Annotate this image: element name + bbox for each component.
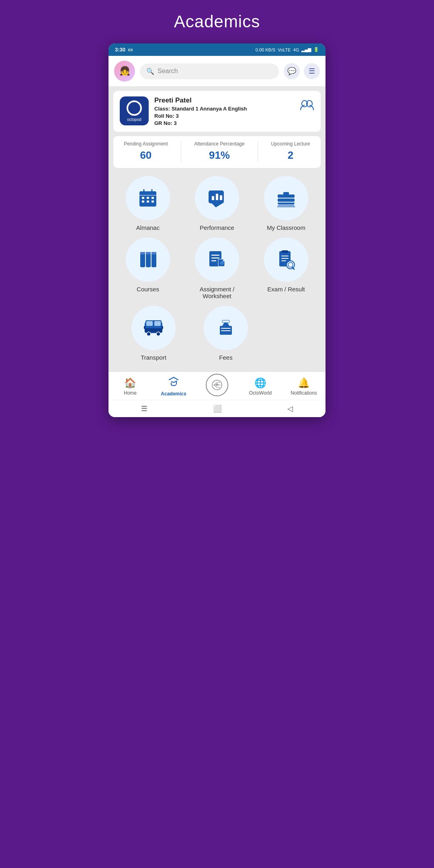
grid-section: Almanac Performance <box>108 172 326 371</box>
profile-card: octopod Preeti Patel Class: Standard 1 A… <box>113 91 321 132</box>
my-classroom-label: My Classroom <box>267 224 305 231</box>
nav-home[interactable]: 🏠 Home <box>114 377 146 396</box>
svg-rect-25 <box>146 252 151 254</box>
grid-row-2: Courses Assignment /Worksheet <box>113 237 321 299</box>
almanac-label: Almanac <box>136 224 160 231</box>
svg-rect-24 <box>140 252 145 254</box>
octopod-logo: octopod <box>120 96 149 125</box>
svg-rect-19 <box>278 203 295 204</box>
courses-icon-circle <box>126 237 170 282</box>
svg-rect-7 <box>151 197 154 199</box>
svg-line-55 <box>174 377 178 380</box>
svg-rect-44 <box>154 321 161 326</box>
octoworld-label: OctoWorld <box>249 390 272 396</box>
svg-rect-26 <box>151 252 156 254</box>
exam-icon-circle <box>264 237 308 282</box>
profile-class: Class: Standard 1 Annanya A English <box>154 106 247 112</box>
android-nav: ☰ ⬜ ◁ <box>108 400 326 417</box>
stat-upcoming-lecture: Upcoming Lecture 2 <box>271 141 310 162</box>
avatar[interactable]: 👧 <box>114 61 135 82</box>
signal-bars: ▂▄▆ <box>301 47 311 52</box>
profile-name: Preeti Patel <box>154 96 247 104</box>
assignment-icon-circle <box>195 237 239 282</box>
android-back-btn[interactable]: ◁ <box>287 404 293 413</box>
home-label: Home <box>124 390 137 396</box>
svg-point-46 <box>147 332 151 336</box>
grid-item-assignment-worksheet[interactable]: Assignment /Worksheet <box>189 237 245 299</box>
network-type: 4G <box>293 47 299 52</box>
bottom-nav: 🏠 Home Academics <box>108 371 326 400</box>
svg-rect-6 <box>147 197 149 199</box>
nav-notifications[interactable]: 🔔 Notifications <box>288 377 320 396</box>
svg-rect-43 <box>146 321 153 326</box>
chat-icon: 💬 <box>287 67 296 76</box>
svg-rect-10 <box>151 201 154 203</box>
grid-item-transport[interactable]: Transport <box>125 306 182 361</box>
group-icon[interactable] <box>300 98 314 114</box>
stat-pending-label: Pending Assignment <box>124 141 168 147</box>
menu-button[interactable]: ☰ <box>304 63 320 79</box>
svg-rect-3 <box>139 191 156 195</box>
nav-octoworld[interactable]: 🌐 OctoWorld <box>244 377 276 396</box>
svg-rect-8 <box>142 201 144 203</box>
svg-rect-20 <box>283 192 289 195</box>
nav-academics[interactable]: Academics <box>158 377 190 397</box>
svg-point-47 <box>156 332 160 336</box>
stat-attendance-label: Attendance Percentage <box>194 141 244 147</box>
grid-item-courses[interactable]: Courses <box>120 237 176 299</box>
svg-rect-53 <box>222 320 229 323</box>
courses-label: Courses <box>137 286 159 293</box>
android-menu-btn[interactable]: ☰ <box>141 404 147 413</box>
status-time: 3:30 <box>115 47 125 53</box>
stats-row: Pending Assignment 60 Attendance Percent… <box>113 136 321 168</box>
header-icons: 💬 ☰ <box>284 63 320 79</box>
svg-rect-5 <box>142 197 144 199</box>
center-add-icon[interactable]: + <box>206 374 228 396</box>
my-classroom-icon-circle <box>264 176 308 220</box>
svg-rect-9 <box>147 201 149 203</box>
stat-pending-assignment: Pending Assignment 60 <box>124 141 168 162</box>
search-icon: 🔍 <box>146 68 154 75</box>
search-bar[interactable]: 🔍 Search <box>140 63 279 79</box>
grid-item-performance[interactable]: Performance <box>189 176 245 231</box>
svg-rect-14 <box>212 196 214 200</box>
profile-roll: Roll No: 3 <box>154 113 247 119</box>
notifications-label: Notifications <box>291 390 317 396</box>
phone-frame: 3:30 ▭ 0.00 KB/S VoLTE 4G ▂▄▆ 🔋 👧 🔍 Sear… <box>108 43 326 417</box>
stat-upcoming-value: 2 <box>288 149 293 162</box>
performance-label: Performance <box>200 224 234 231</box>
network-speed: 0.00 KB/S <box>256 47 276 52</box>
page-title: Academics <box>174 12 260 31</box>
svg-point-32 <box>223 260 225 261</box>
transport-label: Transport <box>141 354 166 361</box>
home-icon: 🏠 <box>124 377 136 389</box>
chat-button[interactable]: 💬 <box>284 63 300 79</box>
grid-item-almanac[interactable]: Almanac <box>120 176 176 231</box>
grid-item-exam-result[interactable]: Exam / Result <box>258 237 314 299</box>
stat-upcoming-label: Upcoming Lecture <box>271 141 310 147</box>
exam-label: Exam / Result <box>267 286 305 293</box>
svg-text:+: + <box>215 381 219 388</box>
carrier-label: VoLTE <box>278 47 291 52</box>
svg-rect-48 <box>144 326 145 329</box>
nav-octoworld-center[interactable]: + <box>201 377 233 396</box>
menu-icon: ☰ <box>309 67 315 76</box>
grid-row-3: Transport Fees <box>113 306 321 361</box>
screen-icon: ▭ <box>128 47 133 53</box>
grid-row-1: Almanac Performance <box>113 176 321 231</box>
search-placeholder: Search <box>158 68 178 75</box>
svg-rect-16 <box>220 195 222 200</box>
grid-item-my-classroom[interactable]: My Classroom <box>258 176 314 231</box>
svg-rect-18 <box>278 199 295 202</box>
transport-icon-circle <box>131 306 176 350</box>
grid-item-fees[interactable]: Fees <box>198 306 254 361</box>
notifications-icon: 🔔 <box>298 377 310 389</box>
svg-rect-49 <box>162 326 163 329</box>
android-home-btn[interactable]: ⬜ <box>213 404 222 413</box>
status-bar: 3:30 ▭ 0.00 KB/S VoLTE 4G ▂▄▆ 🔋 <box>108 43 326 56</box>
performance-icon-circle <box>195 176 239 220</box>
profile-gr: GR No: 3 <box>154 120 247 126</box>
fees-label: Fees <box>219 354 232 361</box>
svg-rect-15 <box>216 194 218 200</box>
battery-icon: 🔋 <box>313 47 319 52</box>
